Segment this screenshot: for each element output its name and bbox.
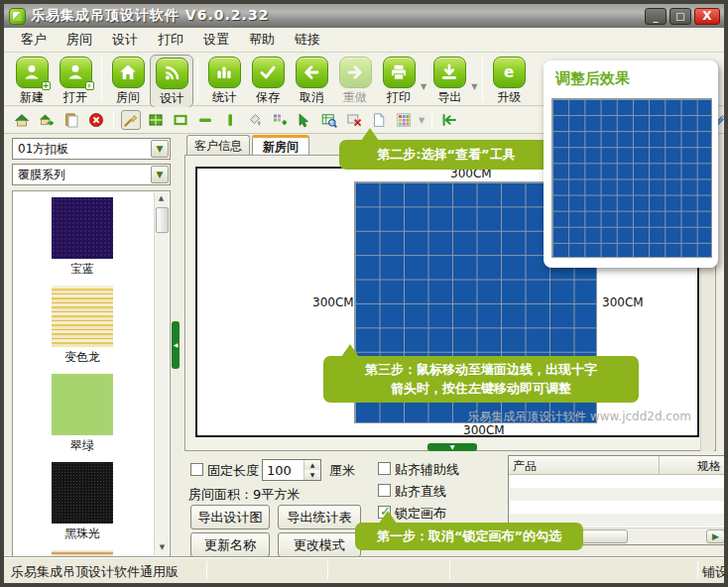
callout-step3: 第三步：鼠标移动至墙面边线，出现十字 箭头时，按住左键移动即可调整 (323, 356, 639, 403)
scroll-thumb[interactable] (156, 207, 169, 233)
swatch-baolan[interactable]: 宝蓝 (52, 197, 113, 278)
svg-text:e: e (504, 63, 514, 81)
upgrade-button[interactable]: e 升级 (487, 55, 531, 106)
status-right: 铺设方 (702, 563, 728, 581)
menu-links[interactable]: 链接 (286, 28, 329, 52)
select-arrow-icon[interactable] (295, 110, 314, 130)
paste-icon[interactable] (61, 110, 81, 130)
callout-tail (379, 511, 397, 524)
menu-customer[interactable]: 客户 (12, 28, 56, 52)
export-button[interactable]: 导出 (427, 55, 471, 106)
swatch-image[interactable] (52, 374, 113, 435)
window-title: 乐易集成吊顶设计软件 V6.0.2.32 (31, 7, 645, 25)
room-button[interactable]: 房间 (106, 55, 150, 106)
menu-room[interactable]: 房间 (58, 28, 101, 52)
print-dropdown-caret[interactable]: ▼ (421, 82, 426, 91)
stats-button[interactable]: 统计 (202, 55, 246, 106)
panel-grid-icon[interactable] (146, 110, 166, 130)
material-palette-icon[interactable] (394, 110, 414, 130)
palette-dropdown-caret[interactable]: ▼ (419, 116, 425, 125)
length-input[interactable] (263, 460, 303, 480)
chevron-down-icon[interactable]: ▼ (151, 166, 169, 183)
export-design-button[interactable]: 导出设计图 (190, 505, 270, 529)
col-product[interactable]: 产品 (509, 456, 660, 474)
export-stats-button[interactable]: 导出统计表 (278, 505, 361, 529)
home-export-icon[interactable] (37, 110, 57, 130)
swatch-bianselong[interactable]: 变色龙 (52, 286, 113, 366)
save-button[interactable]: 保存 (246, 55, 290, 106)
product-rows (509, 475, 726, 527)
fixed-length-checkbox[interactable] (190, 463, 203, 476)
panel-splitter-handle[interactable]: ◀ (172, 321, 180, 369)
snap-guides-label: 贴齐辅助线 (395, 461, 459, 479)
length-spinner[interactable]: ▲▼ (262, 459, 321, 481)
panel-vbar-icon[interactable] (220, 110, 240, 130)
tab-customer-info[interactable]: 客户信息 (186, 135, 250, 156)
print-button[interactable]: 打印 (377, 55, 421, 106)
callout-step2: 第二步:选择“查看”工具 (339, 140, 553, 170)
swatch-image[interactable] (52, 197, 113, 259)
menu-design[interactable]: 设计 (103, 28, 147, 52)
update-name-button[interactable]: 更新名称 (190, 532, 270, 557)
printer-icon (389, 62, 409, 82)
menu-settings[interactable]: 设置 (194, 28, 238, 52)
snap-guides-checkbox[interactable] (378, 462, 391, 475)
design-button[interactable]: 设计 (150, 55, 193, 108)
dim-right: 300CM (602, 295, 644, 309)
new-doc-icon[interactable] (369, 110, 389, 130)
spin-up-icon[interactable]: ▲ (304, 460, 320, 470)
export-dropdown-caret[interactable]: ▼ (471, 82, 477, 91)
swatch-image[interactable] (52, 462, 113, 524)
change-mode-button[interactable]: 更改模式 (278, 532, 361, 557)
callout-step1: 第一步：取消“锁定画布”的勾选 (355, 523, 583, 550)
scroll-right-icon[interactable]: ▶ (706, 529, 725, 543)
swatch-image[interactable] (52, 286, 113, 347)
table-row (509, 501, 726, 514)
tab-new-room[interactable]: 新房间 (252, 135, 309, 156)
panel-hbar-icon[interactable] (195, 110, 215, 130)
preview-title: 调整后效果 (555, 69, 630, 88)
status-bar: 乐易集成吊顶设计软件通用版 铺设方 (4, 556, 724, 583)
panel-rect-icon[interactable] (171, 110, 190, 130)
home-small-icon[interactable] (12, 110, 32, 130)
watermark: 乐易集成吊顶设计软件 www.jcdd2d.com (467, 409, 691, 425)
room-area-label: 房间面积：9平方米 (188, 486, 300, 504)
snap-lines-checkbox[interactable] (378, 484, 391, 497)
snap-lines-label: 贴齐直线 (395, 483, 446, 501)
arrow-left-icon (302, 62, 321, 82)
design-rss-icon (162, 63, 182, 83)
brush-tool-icon[interactable] (121, 110, 141, 130)
scroll-up-icon[interactable]: ▲ (155, 192, 168, 205)
align-left-icon[interactable] (439, 110, 459, 130)
delete-red-icon[interactable] (86, 110, 106, 130)
stats-icon (214, 62, 234, 82)
remove-selection-icon[interactable] (344, 110, 364, 130)
menu-help[interactable]: 帮助 (240, 28, 284, 52)
open-button[interactable]: › 打开 (54, 55, 97, 106)
undo-button[interactable]: 取消 (290, 55, 333, 106)
minimize-button[interactable]: _ (645, 8, 667, 25)
material-list-scrollbar[interactable]: ▲ ▼ (154, 192, 169, 555)
status-left: 乐易集成吊顶设计软件通用版 (11, 563, 179, 581)
scroll-down-icon[interactable]: ▼ (156, 541, 169, 554)
fill-bucket-icon[interactable] (245, 110, 265, 130)
app-logo-icon (9, 8, 26, 25)
maximize-button[interactable]: □ (669, 8, 691, 25)
canvas-splitter-handle[interactable]: ▼ (427, 443, 477, 451)
redo-button[interactable]: 重做 (333, 55, 377, 106)
chevron-down-icon[interactable]: ▼ (151, 140, 169, 158)
spin-down-icon[interactable]: ▼ (304, 470, 320, 480)
swatch-cuilv[interactable]: 翠绿 (52, 374, 113, 454)
table-row (509, 475, 726, 488)
close-button[interactable]: X (694, 8, 720, 25)
series-select[interactable]: 覆膜系列 ▼ (12, 164, 171, 185)
add-products-icon[interactable] (270, 110, 290, 130)
swatch-heizhuguang[interactable]: 黑珠光 (52, 462, 113, 542)
lock-canvas-label: 锁定画布 (395, 505, 446, 523)
menu-print[interactable]: 打印 (149, 28, 192, 52)
category-select[interactable]: 01方扣板 ▼ (12, 138, 171, 160)
toolbar-separator (197, 58, 198, 101)
col-spec[interactable]: 规格 (660, 456, 726, 474)
new-button[interactable]: + 新建 (10, 55, 54, 106)
view-table-icon[interactable] (319, 110, 339, 130)
